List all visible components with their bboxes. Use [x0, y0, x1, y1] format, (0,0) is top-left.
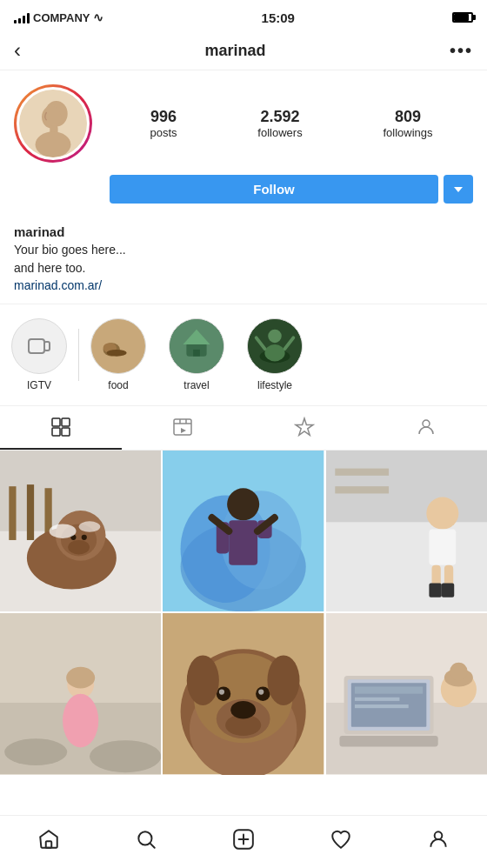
svg-rect-101	[46, 841, 52, 848]
followers-label: followers	[257, 126, 302, 139]
bottom-nav	[0, 815, 487, 868]
top-nav: ‹ marinad •••	[0, 31, 487, 70]
nav-search[interactable]	[121, 825, 171, 854]
svg-point-87	[187, 656, 219, 706]
highlight-label-lifestyle: lifestyle	[257, 379, 292, 391]
svg-point-82	[231, 701, 257, 719]
profile-header: 996 posts 2.592 followers 809 followings…	[0, 70, 487, 224]
posts-count: 996	[150, 108, 177, 126]
svg-rect-59	[326, 451, 487, 522]
svg-rect-66	[429, 583, 441, 597]
svg-rect-95	[355, 698, 399, 701]
back-button[interactable]: ‹	[14, 38, 21, 63]
tab-grid[interactable]	[0, 406, 122, 450]
avatar-ring	[14, 84, 92, 163]
nav-profile[interactable]	[413, 825, 464, 854]
highlight-circle-igtv	[11, 318, 67, 374]
svg-point-42	[68, 540, 90, 554]
more-options-button[interactable]: •••	[450, 41, 473, 61]
svg-rect-61	[335, 486, 389, 493]
highlight-circle-travel	[169, 318, 224, 374]
svg-point-107	[435, 831, 443, 839]
svg-rect-100	[339, 736, 437, 746]
svg-rect-96	[355, 704, 409, 708]
bio-username: marinad	[14, 224, 473, 239]
nav-home[interactable]	[23, 825, 74, 854]
svg-point-75	[66, 667, 95, 689]
svg-rect-60	[335, 469, 389, 476]
highlight-food[interactable]: food	[79, 315, 157, 395]
svg-rect-94	[355, 687, 423, 694]
bio-text-line1: Your bio goes here...	[14, 241, 473, 259]
svg-rect-25	[52, 428, 60, 436]
nav-likes[interactable]	[316, 825, 366, 854]
tab-reels[interactable]	[122, 406, 244, 450]
follow-dropdown-button[interactable]	[444, 175, 473, 204]
nav-add[interactable]	[218, 825, 269, 854]
status-carrier: COMPANY ∿	[14, 10, 103, 24]
photo-grid	[0, 451, 487, 775]
svg-rect-27	[174, 419, 191, 435]
highlight-lifestyle[interactable]: lifestyle	[236, 315, 314, 395]
svg-point-51	[227, 488, 259, 520]
svg-point-62	[426, 497, 458, 530]
highlight-travel[interactable]: travel	[157, 315, 236, 395]
profile-bio: marinad Your bio goes here... and here t…	[0, 224, 487, 304]
svg-rect-67	[441, 583, 453, 597]
avatar[interactable]	[14, 84, 92, 163]
svg-point-19	[268, 330, 282, 344]
status-right	[452, 12, 473, 23]
content-tabs	[0, 406, 487, 451]
grid-item[interactable]	[326, 451, 487, 611]
signal-icon	[14, 11, 30, 23]
followings-label: followings	[383, 126, 432, 139]
grid-item[interactable]	[163, 451, 324, 611]
svg-point-44	[82, 535, 87, 540]
wifi-icon: ∿	[93, 10, 103, 24]
follow-button[interactable]: Follow	[110, 175, 438, 204]
svg-rect-26	[62, 428, 70, 436]
stat-followings[interactable]: 809 followings	[383, 108, 432, 139]
svg-point-74	[63, 694, 98, 748]
stat-posts[interactable]: 996 posts	[150, 108, 177, 139]
svg-rect-16	[193, 350, 200, 357]
grid-item[interactable]	[0, 451, 161, 611]
bio-link[interactable]: marinad.com.ar/	[14, 278, 102, 292]
tab-tagged[interactable]	[365, 406, 487, 450]
grid-item[interactable]	[163, 613, 324, 774]
highlight-label-travel: travel	[183, 379, 209, 391]
svg-rect-23	[52, 418, 60, 426]
bio-text-line2: and here too.	[14, 259, 473, 277]
posts-label: posts	[150, 126, 177, 139]
svg-point-99	[450, 663, 468, 681]
svg-rect-63	[429, 530, 456, 565]
svg-rect-5	[29, 339, 44, 353]
svg-point-71	[4, 738, 67, 765]
svg-point-46	[79, 521, 101, 531]
followers-count: 2.592	[260, 108, 299, 126]
grid-item[interactable]	[326, 613, 487, 774]
highlights-row: IGTV food travel	[0, 304, 487, 406]
tab-saved[interactable]	[244, 406, 365, 450]
svg-point-4	[36, 131, 71, 157]
svg-point-45	[50, 524, 77, 537]
svg-line-103	[150, 844, 155, 848]
grid-item[interactable]	[0, 613, 161, 774]
status-time: 15:09	[262, 10, 295, 25]
highlight-label-igtv: IGTV	[27, 379, 51, 391]
svg-rect-37	[27, 484, 34, 540]
svg-point-32	[423, 420, 430, 427]
svg-marker-31	[181, 428, 186, 433]
svg-point-88	[268, 656, 300, 706]
highlight-circle-lifestyle	[247, 318, 303, 374]
battery-icon	[452, 12, 473, 23]
profile-username-nav: marinad	[204, 42, 265, 60]
svg-point-85	[219, 690, 224, 695]
profile-stats: 996 posts 2.592 followers 809 followings	[110, 108, 473, 139]
highlight-igtv[interactable]: IGTV	[0, 315, 78, 395]
stat-followers[interactable]: 2.592 followers	[257, 108, 302, 139]
svg-point-12	[106, 350, 126, 357]
follow-row: Follow	[110, 175, 473, 204]
svg-rect-24	[62, 418, 70, 426]
svg-rect-52	[230, 520, 258, 564]
